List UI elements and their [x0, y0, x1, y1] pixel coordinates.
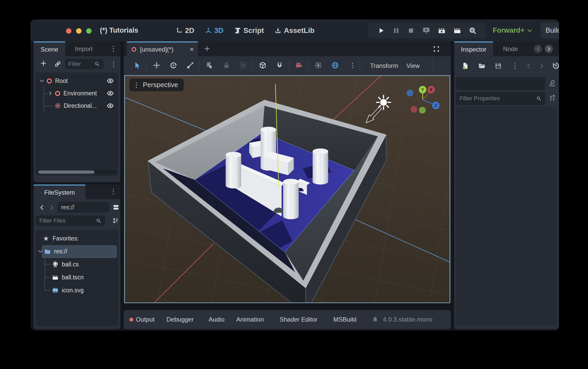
- folder-icon: [44, 248, 51, 255]
- resource-extra-menu-icon[interactable]: ⋮: [512, 62, 518, 69]
- node3d-icon: [54, 90, 61, 97]
- chevron-down-icon: [527, 28, 533, 33]
- movie-maker-button[interactable]: [468, 26, 477, 35]
- tab-2d[interactable]: 2D: [175, 26, 194, 35]
- camera-preview-icon[interactable]: [295, 61, 303, 69]
- transform-menu[interactable]: Transform: [370, 56, 398, 75]
- tab-import[interactable]: Import: [65, 41, 102, 56]
- select-tool-icon[interactable]: [134, 61, 141, 69]
- history-forward-icon[interactable]: [539, 63, 545, 69]
- sort-files-icon[interactable]: [112, 217, 119, 224]
- bottom-tab-audio[interactable]: Audio: [209, 310, 224, 329]
- stop-button[interactable]: [407, 27, 415, 34]
- minimize-window-button[interactable]: [76, 28, 82, 34]
- tab-inspector[interactable]: Inspector: [454, 41, 493, 56]
- scene-dock-menu-icon[interactable]: ⋮: [110, 45, 117, 52]
- move-tool-icon[interactable]: [153, 61, 160, 69]
- file-row-icon-svg[interactable]: icon.svg: [52, 284, 116, 296]
- play-scene-button[interactable]: [438, 26, 446, 35]
- scene-dock-tabbar: Scene Import ⋮: [34, 41, 120, 56]
- visibility-eye-icon[interactable]: [107, 90, 114, 97]
- new-resource-icon[interactable]: [461, 62, 469, 70]
- play-button[interactable]: [377, 27, 385, 34]
- 3d-viewport[interactable]: Y X Z ⋮ Perspective: [124, 75, 450, 303]
- expand-viewport-icon[interactable]: [433, 45, 440, 53]
- filesystem-filter-input[interactable]: Filter Files: [36, 215, 105, 226]
- sun-preview-icon[interactable]: [314, 61, 322, 69]
- doc-search-icon[interactable]: [548, 80, 556, 87]
- nav-back-icon[interactable]: [39, 204, 45, 211]
- save-resource-icon[interactable]: [494, 62, 502, 70]
- collapse-icon[interactable]: [39, 78, 45, 83]
- tree-row-environment[interactable]: Environment: [47, 87, 116, 100]
- tree-row-root[interactable]: Root: [38, 75, 116, 87]
- scene-tree: Root Environment Directional...: [36, 73, 118, 176]
- viewport-extra-menu-icon[interactable]: ⋮: [349, 62, 356, 69]
- version-label: 4.0.3.stable.mono: [383, 310, 432, 329]
- file-row-ball-tscn[interactable]: ball.tscn: [52, 271, 116, 283]
- group-icon[interactable]: [239, 61, 247, 69]
- inspector-filter-input[interactable]: Filter Properties: [456, 92, 545, 105]
- history-icon[interactable]: [552, 62, 559, 70]
- tab-node[interactable]: Node: [493, 41, 528, 56]
- tree-row-directional-light[interactable]: Directional...: [54, 100, 116, 112]
- filesystem-dock-menu-icon[interactable]: ⋮: [110, 188, 117, 195]
- scene-toolbar-menu-icon[interactable]: ⋮: [110, 60, 117, 67]
- close-tab-icon[interactable]: ×: [190, 45, 194, 54]
- notification-bell-icon[interactable]: [372, 316, 379, 323]
- file-row-res[interactable]: res://: [37, 245, 115, 257]
- path-field[interactable]: res://: [57, 202, 109, 213]
- new-scene-tab-button[interactable]: +: [201, 43, 213, 54]
- dock-tab-prev-button[interactable]: [534, 45, 542, 53]
- add-node-button[interactable]: +: [38, 58, 49, 69]
- favorites-row[interactable]: ★ Favorites:: [43, 232, 115, 245]
- visibility-eye-icon[interactable]: [107, 102, 114, 109]
- collapse-icon[interactable]: [38, 249, 43, 254]
- scene-file-tab[interactable]: [unsaved](*) ×: [127, 41, 198, 56]
- build-button[interactable]: Build: [541, 23, 559, 38]
- bottom-tab-output[interactable]: Output: [136, 310, 155, 329]
- expand-icon[interactable]: [48, 91, 53, 96]
- maximize-window-button[interactable]: [86, 28, 92, 34]
- nav-forward-icon[interactable]: [49, 204, 55, 211]
- tab-scene[interactable]: Scene: [34, 41, 65, 56]
- close-window-button[interactable]: [66, 28, 71, 34]
- snap-magnet-icon[interactable]: [276, 61, 283, 69]
- list-select-tool-icon[interactable]: [206, 61, 214, 69]
- environment-preview-icon[interactable]: [331, 61, 339, 69]
- play-custom-scene-button[interactable]: [453, 26, 461, 35]
- property-tools-icon[interactable]: [549, 95, 556, 102]
- bottom-tab-shader-editor[interactable]: Shader Editor: [280, 310, 318, 329]
- dock-tab-next-button[interactable]: [545, 45, 553, 53]
- history-back-icon[interactable]: [526, 63, 532, 69]
- file-row-ball-cs[interactable]: ball.cs: [52, 258, 116, 270]
- perspective-menu[interactable]: ⋮ Perspective: [129, 79, 184, 91]
- instance-scene-icon[interactable]: [54, 60, 62, 68]
- play-remote-button[interactable]: [422, 26, 430, 35]
- load-resource-icon[interactable]: [478, 62, 486, 70]
- toggle-split-mode-icon[interactable]: [112, 204, 120, 211]
- view-menu[interactable]: View: [406, 56, 420, 75]
- rotate-tool-icon[interactable]: [170, 61, 177, 69]
- bottom-tab-msbuild[interactable]: MSBuild: [333, 310, 356, 329]
- file-tree: ★ Favorites: res:// ball.cs ball.tscn: [36, 230, 118, 326]
- lock-icon[interactable]: [223, 61, 230, 69]
- resource-name-field[interactable]: [456, 77, 545, 90]
- scale-tool-icon[interactable]: [186, 61, 194, 69]
- tab-assetlib[interactable]: AssetLib: [274, 26, 314, 35]
- svg-text:Y: Y: [421, 87, 424, 92]
- assetlib-workspace-icon: [274, 27, 282, 34]
- scene-tree-scrollbar[interactable]: [38, 171, 116, 174]
- scrollbar-thumb[interactable]: [38, 171, 94, 174]
- visibility-eye-icon[interactable]: [107, 77, 114, 84]
- tab-script[interactable]: Script: [234, 26, 264, 35]
- scene-filter-input[interactable]: Filter: [65, 59, 104, 69]
- bottom-tab-debugger[interactable]: Debugger: [166, 310, 194, 329]
- tab-filesystem[interactable]: FileSystem: [34, 184, 85, 199]
- renderer-dropdown[interactable]: Forward+: [493, 19, 533, 41]
- axis-neg-x: [410, 106, 417, 113]
- tab-3d[interactable]: 3D: [205, 26, 224, 35]
- local-space-icon[interactable]: [259, 61, 267, 69]
- pause-button[interactable]: [392, 27, 400, 34]
- bottom-tab-animation[interactable]: Animation: [236, 310, 264, 329]
